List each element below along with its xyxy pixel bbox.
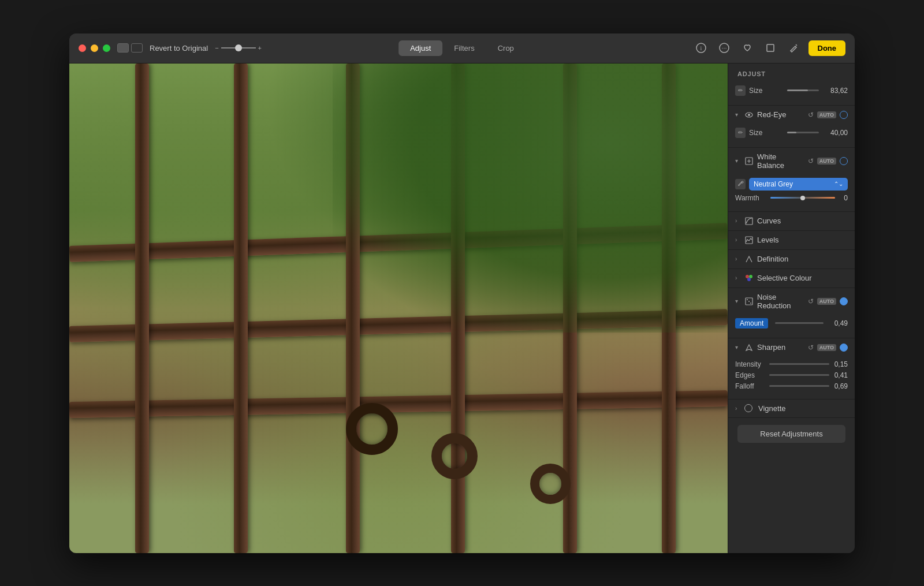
chevron-down-icon: ▾ [735, 111, 741, 118]
svg-point-12 [749, 275, 752, 278]
amount-slider[interactable] [775, 322, 824, 324]
tab-adjust[interactable]: Adjust [398, 40, 442, 56]
pencil-icon: ✏ [735, 85, 746, 96]
warmth-value: 0 [839, 194, 848, 202]
wb-dropdown[interactable]: Neutral Grey ⌃⌄ [749, 178, 848, 191]
chevron-down-icon-nr: ▾ [735, 298, 741, 304]
wb-dropdown-row: Neutral Grey ⌃⌄ [735, 178, 848, 191]
view-toggle [117, 43, 143, 53]
svg-point-16 [748, 301, 750, 302]
falloff-row: Falloff 0,69 [735, 382, 848, 390]
undo-icon-nr[interactable]: ↺ [808, 297, 814, 305]
noise-reduction-icon [744, 297, 754, 306]
white-balance-header[interactable]: ▾ White Balance ↺ AUTO [728, 148, 855, 174]
definition-header[interactable]: › Definition [728, 250, 855, 268]
pencil-icon-2: ✏ [735, 128, 746, 138]
size-label: Size [749, 87, 781, 95]
warmth-label: Warmth [735, 194, 767, 202]
sharpen-body: Intensity 0,15 Edges 0,41 Falloff 0,69 [728, 357, 855, 399]
definition-icon [744, 255, 754, 264]
curves-icon [744, 217, 754, 226]
eye-icon [744, 110, 754, 120]
info-button[interactable]: i [693, 40, 709, 56]
red-eye-header[interactable]: ▾ Red-Eye ↺ AUTO [728, 106, 855, 124]
eyedropper-icon [735, 179, 746, 189]
edges-slider[interactable] [769, 374, 829, 376]
white-balance-icon [744, 156, 754, 166]
vignette-header[interactable]: › Vignette [728, 400, 855, 417]
sidebar: ADJUST ✏ Size 83,62 ▾ [728, 64, 855, 553]
brightness-slider[interactable]: − + [215, 44, 262, 51]
chevron-up-down-icon: ⌃⌄ [834, 181, 843, 187]
falloff-slider[interactable] [769, 385, 829, 387]
auto-badge-wb[interactable]: AUTO [817, 158, 836, 165]
touchup-body: ✏ Size 83,62 [728, 82, 855, 105]
red-eye-size-slider[interactable] [787, 132, 819, 133]
maximize-button[interactable] [103, 44, 110, 52]
red-eye-toggle[interactable] [840, 111, 848, 119]
intensity-slider[interactable] [769, 363, 829, 365]
svg-point-13 [747, 278, 751, 281]
tab-crop[interactable]: Crop [486, 40, 526, 56]
undo-icon-sh[interactable]: ↺ [808, 344, 814, 352]
main-area: ADJUST ✏ Size 83,62 ▾ [69, 64, 855, 553]
nav-tabs: Adjust Filters Crop [398, 40, 526, 56]
red-eye-size-row: ✏ Size 40,00 [735, 128, 848, 138]
falloff-value: 0,69 [832, 382, 848, 390]
size-value: 83,62 [825, 87, 848, 95]
noise-reduction-toggle[interactable] [840, 297, 848, 305]
auto-badge-nr[interactable]: AUTO [817, 298, 836, 305]
single-view-button[interactable] [117, 43, 129, 53]
section-white-balance: ▾ White Balance ↺ AUTO [728, 148, 855, 212]
intensity-value: 0,15 [832, 360, 848, 368]
undo-icon[interactable]: ↺ [808, 111, 814, 119]
tab-filters[interactable]: Filters [442, 40, 486, 56]
section-touchup: ✏ Size 83,62 [728, 82, 855, 106]
amount-label: Amount [735, 318, 768, 329]
photo-canvas [69, 64, 728, 553]
sidebar-header: ADJUST [728, 64, 855, 82]
section-noise-reduction: ▾ Noise Reduction ↺ AUTO [728, 288, 855, 338]
undo-icon-wb[interactable]: ↺ [808, 157, 814, 165]
selective-colour-header[interactable]: › Selective Colour [728, 269, 855, 288]
revert-button[interactable]: Revert to Original [150, 44, 208, 53]
wb-dropdown-value: Neutral Grey [754, 180, 793, 188]
done-button[interactable]: Done [808, 40, 846, 56]
levels-icon [744, 236, 754, 245]
favorite-button[interactable] [739, 40, 755, 56]
falloff-label: Falloff [735, 382, 767, 390]
photo-image [69, 64, 728, 553]
crop-button[interactable] [762, 40, 778, 56]
share-button[interactable]: ··· [716, 40, 732, 56]
red-eye-title: Red-Eye [757, 110, 804, 119]
compare-view-button[interactable] [131, 43, 143, 53]
intensity-label: Intensity [735, 360, 767, 368]
red-eye-size-value: 40,00 [825, 129, 848, 137]
amount-value: 0,49 [830, 319, 848, 327]
red-eye-body: ✏ Size 40,00 [728, 124, 855, 147]
curves-header[interactable]: › Curves [728, 212, 855, 230]
white-balance-toggle[interactable] [840, 157, 848, 165]
white-balance-controls: ↺ AUTO [808, 157, 848, 165]
auto-badge-sh[interactable]: AUTO [817, 344, 836, 351]
amount-row: Amount 0,49 [735, 318, 848, 329]
warmth-slider[interactable] [770, 197, 835, 199]
selective-colour-title: Selective Colour [757, 274, 848, 282]
sharpen-icon [744, 343, 754, 352]
levels-header[interactable]: › Levels [728, 231, 855, 249]
edges-row: Edges 0,41 [735, 371, 848, 379]
svg-point-17 [750, 303, 751, 304]
chevron-right-icon-curves: › [735, 218, 741, 224]
sharpen-header[interactable]: ▾ Sharpen ↺ AUTO [728, 338, 855, 357]
sharpen-toggle[interactable] [840, 344, 848, 352]
svg-text:···: ··· [721, 44, 726, 51]
minimize-button[interactable] [91, 44, 98, 52]
auto-badge[interactable]: AUTO [817, 111, 836, 118]
white-balance-body: Neutral Grey ⌃⌄ Warmth 0 [728, 174, 855, 211]
section-red-eye: ▾ Red-Eye ↺ AUTO [728, 106, 855, 148]
close-button[interactable] [79, 44, 86, 52]
noise-reduction-header[interactable]: ▾ Noise Reduction ↺ AUTO [728, 288, 855, 315]
retouch-button[interactable] [785, 40, 802, 56]
size-slider[interactable] [787, 89, 819, 91]
reset-adjustments-button[interactable]: Reset Adjustments [737, 425, 845, 443]
